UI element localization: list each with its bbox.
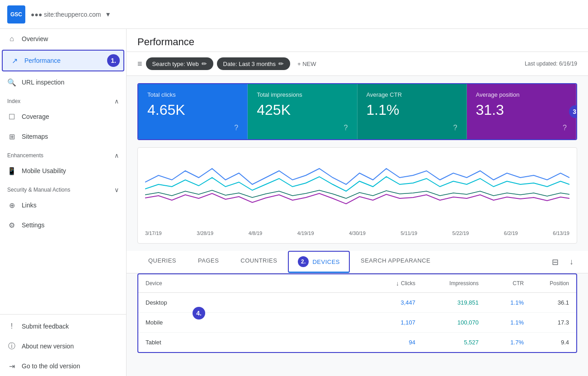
mobile-icon: 📱 [7, 166, 16, 175]
chart-x-axis: 3/17/19 3/28/19 4/8/19 4/19/19 4/30/19 5… [145, 229, 569, 236]
metric-label: Total clicks [147, 91, 238, 98]
date-chip[interactable]: Date: Last 3 months ✏ [217, 57, 290, 70]
cell-device: Tablet [146, 339, 352, 346]
links-icon: ⊕ [7, 201, 16, 210]
sidebar-item-label: Performance [24, 57, 61, 64]
metric-card-clicks[interactable]: Total clicks 4.65K ? [138, 84, 248, 139]
metric-card-position[interactable]: Average position 31.3 ? [467, 84, 576, 139]
exit-icon: ⇥ [7, 362, 16, 371]
col-header-position[interactable]: Position [524, 280, 569, 287]
sidebar-item-overview[interactable]: ⌂ Overview [0, 29, 126, 49]
cell-position: 36.1 [524, 299, 569, 306]
help-icon[interactable]: ? [344, 124, 348, 132]
sidebar-item-settings[interactable]: ⚙ Settings [0, 215, 126, 235]
security-section: Security & Manual Actions ∨ [0, 181, 126, 195]
search-icon: 🔍 [7, 78, 16, 87]
x-label: 6/13/19 [553, 230, 569, 236]
tab-pages[interactable]: PAGES [187, 251, 230, 273]
x-label: 4/8/19 [249, 230, 263, 236]
search-type-label: Search type: Web [152, 61, 199, 67]
new-button[interactable]: + NEW [294, 58, 320, 70]
coverage-icon: ☐ [7, 112, 16, 121]
home-icon: ⌂ [7, 34, 16, 43]
new-label: + NEW [297, 61, 316, 67]
sidebar-item-coverage[interactable]: ☐ Coverage [0, 107, 126, 127]
col-header-ctr[interactable]: CTR [479, 280, 524, 287]
tab-countries[interactable]: COUNTRIES [230, 251, 288, 273]
help-icon[interactable]: ? [563, 124, 567, 132]
site-url[interactable]: ●●● site:theupperco.com [31, 11, 101, 18]
sidebar-item-url-inspection[interactable]: 🔍 URL inspection [0, 72, 126, 92]
tabs: QUERIES PAGES COUNTRIES 2. DEVICES SEARC… [127, 251, 588, 273]
annotation-badge-4: 4. [193, 307, 205, 320]
security-chevron-icon[interactable]: ∨ [114, 186, 119, 193]
tab-actions: ⊟ ↓ [548, 251, 577, 273]
index-chevron-icon[interactable]: ∧ [114, 98, 119, 105]
toolbar: ≡ Search type: Web ✏ Date: Last 3 months… [127, 52, 588, 76]
sidebar-item-links[interactable]: ⊕ Links [0, 195, 126, 215]
sidebar-item-feedback[interactable]: ! Submit feedback [0, 316, 126, 336]
tab-queries[interactable]: QUERIES [137, 251, 187, 273]
performance-chart [145, 155, 569, 227]
cell-position: 9.4 [524, 339, 569, 346]
cell-device: Mobile [146, 319, 352, 326]
annotation-badge-2: 2. [298, 256, 309, 267]
content-area: Total clicks 4.65K ? Total impressions 4… [127, 76, 588, 251]
enhancements-section: Enhancements ∧ [0, 146, 126, 161]
x-label: 4/19/19 [297, 230, 314, 236]
col-header-device: Device 4. [146, 280, 352, 287]
sidebar-item-label: URL inspection [22, 79, 64, 86]
search-type-chip[interactable]: Search type: Web ✏ [146, 57, 213, 70]
app-bar: GSC ●●● site:theupperco.com ▾ [0, 0, 588, 29]
metric-card-impressions[interactable]: Total impressions 425K ? [248, 84, 357, 139]
sidebar: ⌂ Overview ↗ Performance 1. 🔍 URL inspec… [0, 29, 127, 376]
x-label: 3/17/19 [145, 230, 162, 236]
filter-icon[interactable]: ≡ [137, 59, 142, 69]
metric-label: Total impressions [257, 91, 348, 98]
sidebar-item-label: Go to the old version [22, 362, 80, 370]
sidebar-item-old-version[interactable]: ⇥ Go to the old version [0, 356, 126, 376]
edit-icon: ✏ [278, 60, 284, 67]
sidebar-item-label: Mobile Usability [22, 167, 66, 174]
sidebar-item-about-new-version[interactable]: ⓘ About new version [0, 336, 126, 356]
enhancements-chevron-icon[interactable]: ∧ [114, 152, 119, 159]
cell-impressions: 5,527 [415, 339, 479, 346]
sidebar-item-label: Submit feedback [22, 323, 69, 330]
sidebar-item-label: Links [22, 202, 37, 209]
sidebar-item-label: Settings [22, 221, 45, 229]
sidebar-item-sitemaps[interactable]: ⊞ Sitemaps [0, 127, 126, 146]
cell-ctr: 1.1% [479, 319, 524, 326]
table-row[interactable]: Tablet 94 5,527 1.7% 9.4 [138, 333, 576, 352]
cell-device: Desktop [146, 299, 352, 306]
cell-impressions: 100,070 [415, 319, 479, 326]
sidebar-item-label: Sitemaps [22, 133, 48, 140]
col-header-clicks[interactable]: ↓ Clicks [352, 280, 415, 287]
metric-label: Average CTR [367, 91, 457, 98]
chart-container: 3/17/19 3/28/19 4/8/19 4/19/19 4/30/19 5… [137, 147, 577, 244]
cell-position: 17.3 [524, 319, 569, 326]
cell-clicks: 3,447 [352, 299, 415, 306]
last-updated: Last updated: 6/16/19 [525, 61, 577, 67]
index-section: Index ∧ [0, 92, 126, 107]
metric-value: 425K [257, 102, 348, 118]
feedback-icon: ! [7, 322, 16, 331]
col-header-impressions[interactable]: Impressions [415, 280, 479, 287]
sitemaps-icon: ⊞ [7, 132, 16, 141]
table-header: Device 4. ↓ Clicks Impressions CTR Posit… [138, 274, 576, 293]
tab-devices[interactable]: 2. DEVICES [288, 251, 350, 273]
site-chevron-icon[interactable]: ▾ [106, 10, 110, 19]
cell-clicks: 94 [352, 339, 415, 346]
sidebar-item-performance[interactable]: ↗ Performance 1. [2, 50, 124, 71]
filter-rows-icon[interactable]: ⊟ [548, 254, 562, 271]
help-icon[interactable]: ? [234, 124, 238, 132]
edit-icon: ✏ [202, 60, 207, 67]
sidebar-item-mobile-usability[interactable]: 📱 Mobile Usability [0, 161, 126, 181]
metric-value: 4.65K [147, 102, 238, 118]
metric-label: Average position [476, 91, 567, 98]
metric-card-ctr[interactable]: Average CTR 1.1% ? [358, 84, 467, 139]
sidebar-item-label: Coverage [22, 113, 49, 120]
help-icon[interactable]: ? [453, 124, 457, 132]
download-icon[interactable]: ↓ [566, 254, 577, 270]
tab-search-appearance[interactable]: SEARCH APPEARANCE [350, 251, 441, 273]
cell-ctr: 1.1% [479, 299, 524, 306]
